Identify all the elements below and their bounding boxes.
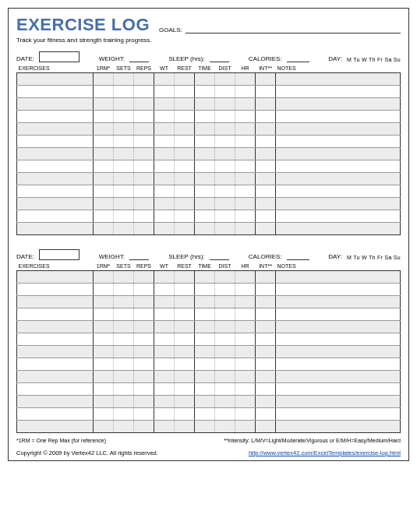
sleep-input[interactable]	[210, 54, 229, 62]
table-row[interactable]	[17, 321, 401, 333]
goals-field: GOALS:	[159, 25, 401, 33]
day-label: DAY:	[328, 55, 342, 62]
sleep-label: SLEEP (hrs):	[168, 253, 205, 260]
log-table: EXERCISES 1RM* SETS REPS WT REST TIME DI…	[16, 64, 401, 235]
col-hr: HR	[235, 64, 256, 73]
table-row[interactable]	[17, 185, 401, 198]
col-int: INT**	[256, 64, 276, 73]
table-row[interactable]	[17, 98, 401, 111]
col-dist: DIST	[215, 262, 235, 271]
col-notes: NOTES	[276, 262, 401, 271]
table-row[interactable]	[17, 383, 401, 396]
footnotes: *1RM = One Rep Max (for reference) **Int…	[16, 438, 401, 443]
table-row[interactable]	[17, 284, 401, 296]
table-row[interactable]	[17, 123, 401, 136]
calories-input[interactable]	[287, 252, 309, 260]
table-row[interactable]	[17, 210, 401, 223]
table-row[interactable]	[17, 346, 401, 358]
weight-input[interactable]	[129, 54, 149, 62]
table-row[interactable]	[17, 73, 401, 86]
col-int: INT**	[256, 262, 276, 271]
calories-label: CALORIES:	[249, 55, 282, 62]
table-row[interactable]	[17, 86, 401, 98]
col-exercises: EXERCISES	[17, 64, 94, 73]
col-rest: REST	[175, 262, 195, 271]
goals-label: GOALS:	[159, 26, 182, 33]
table-row[interactable]	[17, 271, 401, 284]
header-row: EXERCISE LOG GOALS:	[16, 15, 401, 35]
copyright: Copyright © 2009 by Vertex42 LLC. All ri…	[16, 449, 158, 456]
col-1rm: 1RM*	[94, 262, 114, 271]
col-wt: WT	[154, 64, 175, 73]
table-row[interactable]	[17, 308, 401, 321]
calories-input[interactable]	[287, 54, 309, 62]
session-header: DATE: WEIGHT: SLEEP (hrs): CALORIES: DAY…	[16, 249, 401, 260]
table-row[interactable]	[17, 160, 401, 173]
weight-label: WEIGHT:	[99, 253, 125, 260]
exercise-log-page: EXERCISE LOG GOALS: Track your fitness a…	[8, 8, 409, 461]
table-row[interactable]	[17, 111, 401, 123]
footnote-intensity: **Intensity: L/M/V=Light/Moderate/Vigoro…	[224, 438, 401, 443]
col-wt: WT	[154, 262, 175, 271]
table-row[interactable]	[17, 223, 401, 235]
column-headers: EXERCISES 1RM* SETS REPS WT REST TIME DI…	[17, 64, 401, 73]
weight-input[interactable]	[129, 252, 149, 260]
col-rest: REST	[175, 64, 195, 73]
date-input[interactable]	[39, 249, 80, 260]
col-sets: SETS	[114, 262, 134, 271]
table-row[interactable]	[17, 198, 401, 210]
table-row[interactable]	[17, 148, 401, 160]
col-notes: NOTES	[276, 64, 401, 73]
table-row[interactable]	[17, 333, 401, 346]
goals-underline[interactable]	[186, 25, 401, 33]
sleep-label: SLEEP (hrs):	[168, 55, 205, 62]
day-options[interactable]: M Tu W Th Fr Sa Su	[347, 255, 401, 260]
footer-row: Copyright © 2009 by Vertex42 LLC. All ri…	[16, 449, 401, 456]
table-row[interactable]	[17, 136, 401, 148]
col-hr: HR	[235, 262, 256, 271]
col-sets: SETS	[114, 64, 134, 73]
col-reps: REPS	[134, 262, 154, 271]
day-label: DAY:	[328, 253, 342, 260]
footnote-1rm: *1RM = One Rep Max (for reference)	[16, 438, 106, 443]
session-header: DATE: WEIGHT: SLEEP (hrs): CALORIES: DAY…	[16, 51, 401, 62]
table-row[interactable]	[17, 296, 401, 308]
table-row[interactable]	[17, 358, 401, 371]
weight-label: WEIGHT:	[99, 55, 125, 62]
column-headers: EXERCISES 1RM* SETS REPS WT REST TIME DI…	[17, 262, 401, 271]
calories-label: CALORIES:	[249, 253, 282, 260]
day-options[interactable]: M Tu W Th Fr Sa Su	[347, 57, 401, 62]
date-label: DATE:	[16, 55, 34, 62]
sleep-input[interactable]	[210, 252, 229, 260]
col-time: TIME	[195, 262, 215, 271]
source-link[interactable]: http://www.vertex42.com/ExcelTemplates/e…	[249, 449, 401, 456]
col-dist: DIST	[215, 64, 235, 73]
log-table: EXERCISES 1RM* SETS REPS WT REST TIME DI…	[16, 262, 401, 433]
page-title: EXERCISE LOG	[16, 15, 150, 35]
col-time: TIME	[195, 64, 215, 73]
table-row[interactable]	[17, 396, 401, 408]
col-reps: REPS	[134, 64, 154, 73]
table-row[interactable]	[17, 371, 401, 383]
table-row[interactable]	[17, 408, 401, 421]
table-row[interactable]	[17, 173, 401, 185]
col-1rm: 1RM*	[94, 64, 114, 73]
date-label: DATE:	[16, 253, 34, 260]
table-row[interactable]	[17, 421, 401, 433]
date-input[interactable]	[39, 51, 80, 62]
subtitle: Track your fitness and strength training…	[16, 37, 401, 44]
col-exercises: EXERCISES	[17, 262, 94, 271]
